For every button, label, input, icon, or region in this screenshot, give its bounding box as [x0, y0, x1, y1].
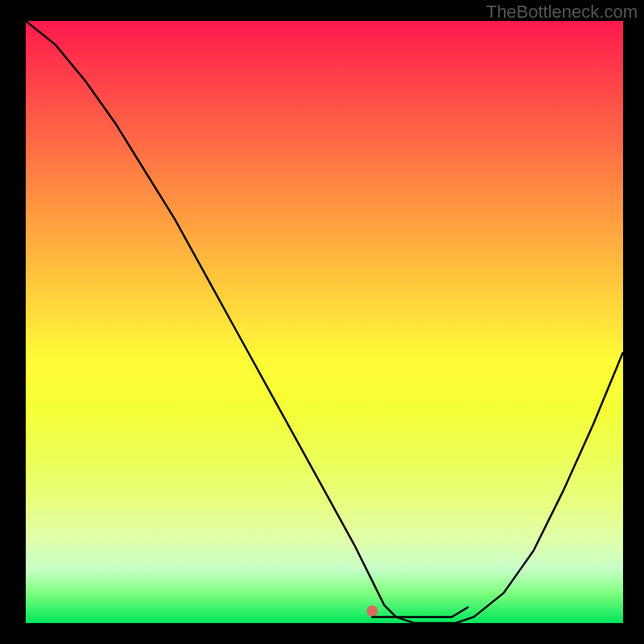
bottleneck-curve-svg	[26, 21, 623, 623]
optimal-start-dot	[366, 605, 378, 617]
watermark-text: TheBottleneck.com	[486, 2, 638, 23]
bottleneck-curve-path	[26, 21, 623, 623]
chart-plot-area	[26, 21, 623, 623]
